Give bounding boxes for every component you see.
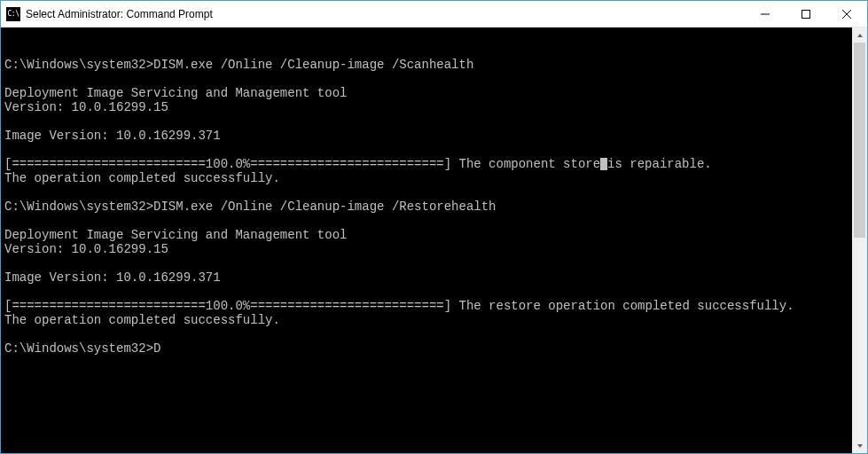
terminal-line (4, 72, 848, 86)
scroll-thumb[interactable] (854, 43, 865, 238)
terminal-line (4, 43, 848, 58)
terminal-line (4, 29, 848, 43)
prompt: C:\Windows\system32> (4, 58, 153, 72)
terminal-output[interactable]: C:\Windows\system32>DISM.exe /Online /Cl… (1, 27, 852, 453)
terminal-line (4, 143, 848, 157)
terminal-line: Version: 10.0.16299.15 (4, 242, 848, 256)
terminal-line: C:\Windows\system32>DISM.exe /Online /Cl… (4, 58, 848, 72)
window-controls (745, 1, 867, 27)
terminal-line (4, 114, 848, 129)
client-area: C:\Windows\system32>DISM.exe /Online /Cl… (1, 27, 867, 453)
cmd-app-icon: C:\ (6, 7, 20, 21)
terminal-line: [==========================100.0%=======… (4, 299, 848, 313)
text-cursor-block (600, 158, 607, 170)
vertical-scrollbar[interactable] (852, 27, 867, 453)
close-button[interactable] (826, 1, 867, 27)
terminal-line (4, 285, 848, 299)
terminal-line: C:\Windows\system32>DISM.exe /Online /Cl… (4, 200, 848, 214)
prompt: C:\Windows\system32> (4, 341, 153, 356)
command-text: DISM.exe /Online /Cleanup-image /Scanhea… (153, 58, 473, 72)
terminal-line (4, 327, 848, 341)
terminal-line: Image Version: 10.0.16299.371 (4, 270, 848, 285)
svg-marker-5 (857, 444, 863, 448)
command-text: DISM.exe /Online /Cleanup-image /Restore… (153, 200, 496, 214)
terminal-line: Deployment Image Servicing and Managemen… (4, 228, 848, 242)
scroll-up-button[interactable] (852, 27, 867, 43)
command-input[interactable]: D (153, 341, 160, 356)
maximize-button[interactable] (786, 1, 826, 27)
terminal-line: The operation completed successfully. (4, 313, 848, 327)
terminal-line: C:\Windows\system32>D (4, 341, 848, 356)
scroll-down-button[interactable] (852, 438, 867, 453)
terminal-line: Version: 10.0.16299.15 (4, 100, 848, 114)
terminal-line (4, 256, 848, 270)
svg-rect-1 (802, 10, 810, 18)
window-title: Select Administrator: Command Prompt (26, 8, 745, 20)
prompt: C:\Windows\system32> (4, 200, 153, 214)
minimize-button[interactable] (745, 1, 786, 27)
scroll-track[interactable] (852, 43, 867, 438)
svg-marker-4 (857, 34, 863, 37)
terminal-line: Image Version: 10.0.16299.371 (4, 129, 848, 143)
terminal-line (4, 214, 848, 228)
terminal-line (4, 185, 848, 200)
terminal-line: The operation completed successfully. (4, 171, 848, 185)
progress-text: [==========================100.0%=======… (4, 157, 600, 171)
terminal-line: Deployment Image Servicing and Managemen… (4, 86, 848, 100)
terminal-line: [==========================100.0%=======… (4, 157, 848, 171)
command-prompt-window: C:\ Select Administrator: Command Prompt… (0, 0, 868, 454)
titlebar[interactable]: C:\ Select Administrator: Command Prompt (1, 1, 867, 27)
progress-text: is repairable. (607, 157, 712, 171)
